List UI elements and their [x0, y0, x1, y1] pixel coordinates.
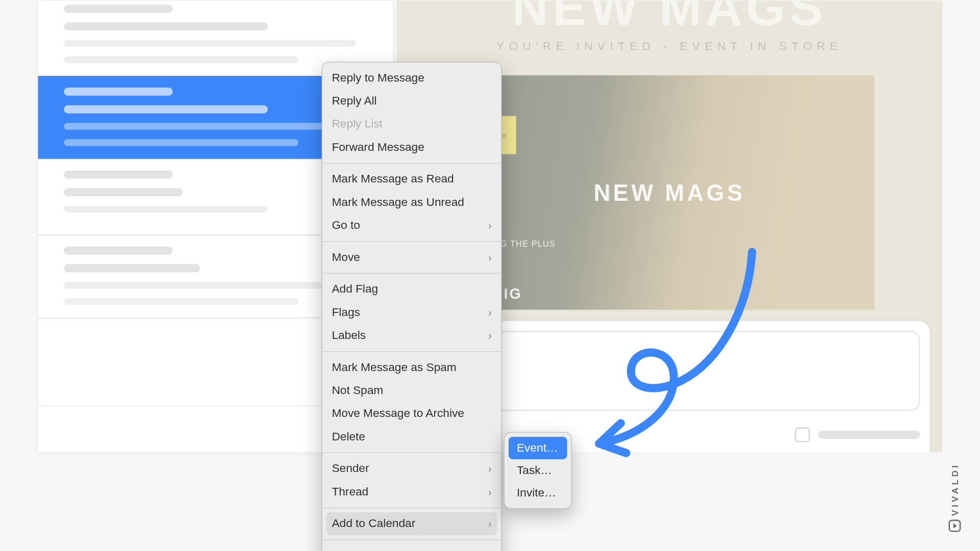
chevron-right-icon: ›: [488, 460, 492, 478]
promo-image: vestre NEW MAGS MAKING THE PLUS BIG: [464, 75, 874, 309]
placeholder-line: [64, 246, 172, 254]
menu-separator: [322, 539, 501, 540]
placeholder-line: [64, 170, 172, 178]
menu-item-label: Mark Message as Read: [332, 170, 454, 188]
menu-move-archive[interactable]: Move Message to Archive: [322, 402, 501, 425]
promo-overlay-text: NEW MAGS: [593, 179, 745, 205]
compose-checkbox[interactable]: [795, 427, 810, 442]
menu-item-label: Mark Message as Spam: [332, 358, 456, 376]
promo-title: NEW MAGS: [396, 1, 942, 16]
menu-separator: [322, 452, 501, 453]
placeholder-line: [64, 139, 298, 146]
menu-item-label: Reply to Message: [332, 69, 424, 87]
menu-separator: [322, 241, 501, 242]
menu-item-label: Mark Message as Unread: [332, 193, 464, 211]
menu-item-label: Move Message to Archive: [332, 405, 464, 423]
menu-mark-spam[interactable]: Mark Message as Spam: [322, 356, 501, 379]
compose-textarea[interactable]: [466, 330, 920, 410]
menu-sender[interactable]: Sender›: [322, 457, 501, 480]
chevron-right-icon: ›: [488, 303, 492, 321]
menu-separator: [322, 273, 501, 273]
menu-forward-message[interactable]: Forward Message: [322, 136, 501, 159]
menu-move[interactable]: Move›: [322, 246, 501, 269]
chevron-right-icon: ›: [488, 515, 492, 533]
menu-item-label: Not Spam: [332, 381, 383, 399]
menu-delete[interactable]: Delete: [322, 425, 501, 448]
placeholder-line: [64, 87, 172, 95]
menu-flags[interactable]: Flags›: [322, 301, 501, 324]
vivaldi-logo-icon: [948, 519, 961, 532]
menu-labels[interactable]: Labels›: [322, 324, 501, 347]
placeholder-line: [64, 281, 356, 288]
vivaldi-wordmark: VIVALDI: [949, 462, 960, 515]
menu-item-label: Labels: [332, 326, 366, 344]
menu-item-label: Go to: [332, 217, 360, 234]
menu-mark-unread[interactable]: Mark Message as Unread: [322, 191, 501, 214]
menu-not-spam[interactable]: Not Spam: [322, 379, 501, 402]
placeholder-line: [64, 188, 183, 196]
placeholder-line: [64, 264, 200, 272]
chevron-right-icon: ›: [488, 483, 492, 501]
placeholder-line: [64, 205, 268, 212]
menu-item-label: Add to Calendar: [332, 515, 415, 533]
menu-reply-list: Reply List: [322, 113, 501, 136]
menu-item-label: Flags: [332, 303, 360, 321]
chevron-right-icon: ›: [488, 248, 492, 266]
chevron-right-icon: ›: [488, 326, 492, 344]
menu-mark-read[interactable]: Mark Message as Read: [322, 168, 501, 191]
placeholder-line: [64, 105, 268, 113]
placeholder-line: [64, 22, 268, 30]
menu-thread[interactable]: Thread›: [322, 480, 501, 503]
menu-item-label: Thread: [332, 483, 368, 501]
placeholder-line: [64, 298, 298, 304]
menu-item-label: Reply List: [332, 115, 382, 133]
vivaldi-brand: VIVALDI: [948, 462, 961, 532]
menu-item-label: Forward Message: [332, 138, 424, 156]
context-menu: Reply to Message Reply All Reply List Fo…: [321, 62, 501, 551]
menu-separator: [322, 163, 501, 163]
menu-expand-threads[interactable]: Expand All Threads: [322, 544, 501, 551]
menu-item-label: Move: [332, 248, 360, 266]
menu-add-to-calendar[interactable]: Add to Calendar›: [326, 512, 497, 535]
menu-item-label: Expand All Threads: [332, 546, 432, 551]
menu-reply-all[interactable]: Reply All: [322, 89, 501, 112]
menu-item-label: Sender: [332, 460, 369, 478]
submenu-add-to-calendar: Event… Task… Invite…: [504, 432, 571, 509]
chevron-right-icon: ›: [488, 217, 492, 234]
placeholder-line: [64, 40, 356, 46]
placeholder-line: [818, 430, 920, 438]
menu-separator: [322, 507, 501, 508]
submenu-task[interactable]: Task…: [508, 459, 567, 481]
menu-separator: [322, 351, 501, 351]
menu-item-label: Add Flag: [332, 280, 378, 298]
submenu-invite[interactable]: Invite…: [508, 481, 567, 504]
promo-subtitle: YOU'RE INVITED - EVENT IN STORE: [396, 40, 942, 54]
placeholder-line: [64, 123, 356, 129]
placeholder-line: [64, 56, 298, 63]
submenu-event[interactable]: Event…: [508, 436, 567, 459]
menu-item-label: Delete: [332, 428, 365, 445]
menu-go-to[interactable]: Go to›: [322, 214, 501, 237]
placeholder-line: [64, 5, 172, 13]
menu-item-label: Reply All: [332, 92, 376, 110]
menu-add-flag[interactable]: Add Flag: [322, 277, 501, 300]
menu-reply-to-message[interactable]: Reply to Message: [322, 66, 501, 89]
